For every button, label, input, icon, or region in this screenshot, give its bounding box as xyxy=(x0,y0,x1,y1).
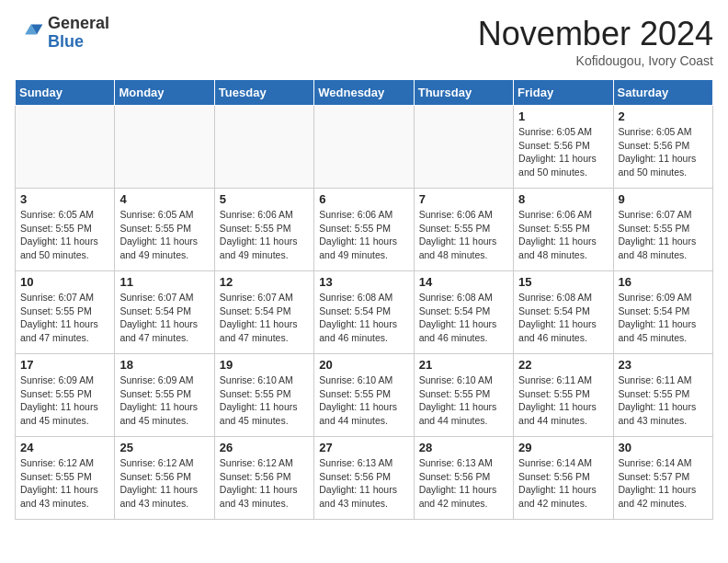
day-number: 25 xyxy=(119,441,209,454)
calendar-cell: 8Sunrise: 6:06 AM Sunset: 5:55 PM Daylig… xyxy=(514,189,613,271)
calendar-cell: 6Sunrise: 6:06 AM Sunset: 5:55 PM Daylig… xyxy=(314,189,414,271)
day-number: 23 xyxy=(619,358,708,372)
day-number: 30 xyxy=(619,441,708,454)
calendar-cell: 20Sunrise: 6:10 AM Sunset: 5:55 PM Dayli… xyxy=(314,354,414,437)
calendar-cell xyxy=(115,106,214,189)
calendar-cell: 15Sunrise: 6:08 AM Sunset: 5:54 PM Dayli… xyxy=(514,271,613,354)
location: Kofidougou, Ivory Coast xyxy=(478,53,713,68)
calendar-cell: 21Sunrise: 6:10 AM Sunset: 5:55 PM Dayli… xyxy=(414,354,513,437)
weekday-header-row: SundayMondayTuesdayWednesdayThursdayFrid… xyxy=(16,80,713,106)
day-detail: Sunrise: 6:05 AM Sunset: 5:56 PM Dayligh… xyxy=(518,125,608,179)
day-detail: Sunrise: 6:14 AM Sunset: 5:56 PM Dayligh… xyxy=(518,456,608,511)
day-detail: Sunrise: 6:09 AM Sunset: 5:54 PM Dayligh… xyxy=(619,291,708,345)
day-detail: Sunrise: 6:06 AM Sunset: 5:55 PM Dayligh… xyxy=(518,208,608,262)
logo-general: General xyxy=(48,14,109,32)
day-detail: Sunrise: 6:06 AM Sunset: 5:55 PM Dayligh… xyxy=(220,208,309,262)
weekday-header-saturday: Saturday xyxy=(613,80,712,106)
calendar-cell: 16Sunrise: 6:09 AM Sunset: 5:54 PM Dayli… xyxy=(613,271,712,354)
calendar-cell: 27Sunrise: 6:13 AM Sunset: 5:56 PM Dayli… xyxy=(314,437,414,520)
day-detail: Sunrise: 6:09 AM Sunset: 5:55 PM Dayligh… xyxy=(119,373,209,428)
day-number: 1 xyxy=(518,109,608,123)
day-number: 8 xyxy=(518,192,608,206)
day-number: 28 xyxy=(419,441,508,454)
week-row-2: 3Sunrise: 6:05 AM Sunset: 5:55 PM Daylig… xyxy=(16,189,713,271)
calendar-cell xyxy=(414,106,513,189)
calendar-cell: 12Sunrise: 6:07 AM Sunset: 5:54 PM Dayli… xyxy=(214,271,313,354)
day-detail: Sunrise: 6:11 AM Sunset: 5:55 PM Dayligh… xyxy=(619,373,708,428)
day-number: 24 xyxy=(20,441,109,454)
week-row-5: 24Sunrise: 6:12 AM Sunset: 5:55 PM Dayli… xyxy=(16,437,713,520)
day-number: 5 xyxy=(220,192,309,206)
day-detail: Sunrise: 6:12 AM Sunset: 5:56 PM Dayligh… xyxy=(119,456,209,511)
day-number: 26 xyxy=(220,441,309,454)
calendar-cell: 3Sunrise: 6:05 AM Sunset: 5:55 PM Daylig… xyxy=(16,189,115,271)
calendar-cell: 19Sunrise: 6:10 AM Sunset: 5:55 PM Dayli… xyxy=(214,354,313,437)
logo-text: General Blue xyxy=(48,15,109,52)
calendar-cell xyxy=(16,106,115,189)
day-detail: Sunrise: 6:07 AM Sunset: 5:55 PM Dayligh… xyxy=(619,208,708,262)
calendar-cell: 4Sunrise: 6:05 AM Sunset: 5:55 PM Daylig… xyxy=(115,189,214,271)
weekday-header-thursday: Thursday xyxy=(414,80,513,106)
calendar-cell: 30Sunrise: 6:14 AM Sunset: 5:57 PM Dayli… xyxy=(613,437,712,520)
day-detail: Sunrise: 6:10 AM Sunset: 5:55 PM Dayligh… xyxy=(319,373,408,428)
day-number: 15 xyxy=(518,275,608,289)
logo: General Blue xyxy=(15,15,109,52)
day-detail: Sunrise: 6:05 AM Sunset: 5:55 PM Dayligh… xyxy=(119,208,209,262)
week-row-3: 10Sunrise: 6:07 AM Sunset: 5:55 PM Dayli… xyxy=(16,271,713,354)
weekday-header-monday: Monday xyxy=(115,80,214,106)
day-detail: Sunrise: 6:06 AM Sunset: 5:55 PM Dayligh… xyxy=(319,208,408,262)
day-number: 4 xyxy=(119,192,209,206)
day-number: 10 xyxy=(20,275,109,289)
page-header: General Blue November 2024 Kofidougou, I… xyxy=(15,15,713,68)
day-detail: Sunrise: 6:07 AM Sunset: 5:55 PM Dayligh… xyxy=(20,291,109,345)
day-number: 29 xyxy=(518,441,608,454)
calendar-cell: 18Sunrise: 6:09 AM Sunset: 5:55 PM Dayli… xyxy=(115,354,214,437)
week-row-4: 17Sunrise: 6:09 AM Sunset: 5:55 PM Dayli… xyxy=(16,354,713,437)
day-number: 14 xyxy=(419,275,508,289)
calendar-cell: 17Sunrise: 6:09 AM Sunset: 5:55 PM Dayli… xyxy=(16,354,115,437)
calendar-cell: 22Sunrise: 6:11 AM Sunset: 5:55 PM Dayli… xyxy=(514,354,613,437)
calendar-cell: 9Sunrise: 6:07 AM Sunset: 5:55 PM Daylig… xyxy=(613,189,712,271)
calendar-cell: 10Sunrise: 6:07 AM Sunset: 5:55 PM Dayli… xyxy=(16,271,115,354)
day-number: 9 xyxy=(619,192,708,206)
calendar-cell: 23Sunrise: 6:11 AM Sunset: 5:55 PM Dayli… xyxy=(613,354,712,437)
day-detail: Sunrise: 6:06 AM Sunset: 5:55 PM Dayligh… xyxy=(419,208,508,262)
logo-blue: Blue xyxy=(48,32,84,51)
calendar-cell: 11Sunrise: 6:07 AM Sunset: 5:54 PM Dayli… xyxy=(115,271,214,354)
month-year: November 2024 xyxy=(478,15,713,53)
calendar-cell: 28Sunrise: 6:13 AM Sunset: 5:56 PM Dayli… xyxy=(414,437,513,520)
day-number: 22 xyxy=(518,358,608,372)
week-row-1: 1Sunrise: 6:05 AM Sunset: 5:56 PM Daylig… xyxy=(16,106,713,189)
day-number: 12 xyxy=(220,275,309,289)
day-number: 21 xyxy=(419,358,508,372)
calendar-cell xyxy=(314,106,414,189)
day-number: 6 xyxy=(319,192,408,206)
day-detail: Sunrise: 6:05 AM Sunset: 5:55 PM Dayligh… xyxy=(20,208,109,262)
calendar-cell: 26Sunrise: 6:12 AM Sunset: 5:56 PM Dayli… xyxy=(214,437,313,520)
weekday-header-wednesday: Wednesday xyxy=(314,80,414,106)
day-detail: Sunrise: 6:10 AM Sunset: 5:55 PM Dayligh… xyxy=(419,373,508,428)
day-detail: Sunrise: 6:08 AM Sunset: 5:54 PM Dayligh… xyxy=(419,291,508,345)
day-detail: Sunrise: 6:12 AM Sunset: 5:56 PM Dayligh… xyxy=(220,456,309,511)
calendar-cell: 1Sunrise: 6:05 AM Sunset: 5:56 PM Daylig… xyxy=(514,106,613,189)
day-number: 17 xyxy=(20,358,109,372)
day-detail: Sunrise: 6:10 AM Sunset: 5:55 PM Dayligh… xyxy=(220,373,309,428)
day-detail: Sunrise: 6:05 AM Sunset: 5:56 PM Dayligh… xyxy=(619,125,708,179)
day-detail: Sunrise: 6:14 AM Sunset: 5:57 PM Dayligh… xyxy=(619,456,708,511)
day-detail: Sunrise: 6:07 AM Sunset: 5:54 PM Dayligh… xyxy=(220,291,309,345)
day-number: 11 xyxy=(119,275,209,289)
day-detail: Sunrise: 6:08 AM Sunset: 5:54 PM Dayligh… xyxy=(518,291,608,345)
title-block: November 2024 Kofidougou, Ivory Coast xyxy=(478,15,713,68)
calendar-cell: 5Sunrise: 6:06 AM Sunset: 5:55 PM Daylig… xyxy=(214,189,313,271)
day-detail: Sunrise: 6:11 AM Sunset: 5:55 PM Dayligh… xyxy=(518,373,608,428)
calendar-cell: 7Sunrise: 6:06 AM Sunset: 5:55 PM Daylig… xyxy=(414,189,513,271)
day-detail: Sunrise: 6:07 AM Sunset: 5:54 PM Dayligh… xyxy=(119,291,209,345)
day-number: 2 xyxy=(619,109,708,123)
day-detail: Sunrise: 6:12 AM Sunset: 5:55 PM Dayligh… xyxy=(20,456,109,511)
day-number: 7 xyxy=(419,192,508,206)
day-number: 16 xyxy=(619,275,708,289)
calendar-cell: 14Sunrise: 6:08 AM Sunset: 5:54 PM Dayli… xyxy=(414,271,513,354)
calendar-cell: 29Sunrise: 6:14 AM Sunset: 5:56 PM Dayli… xyxy=(514,437,613,520)
day-number: 27 xyxy=(319,441,408,454)
day-number: 18 xyxy=(119,358,209,372)
